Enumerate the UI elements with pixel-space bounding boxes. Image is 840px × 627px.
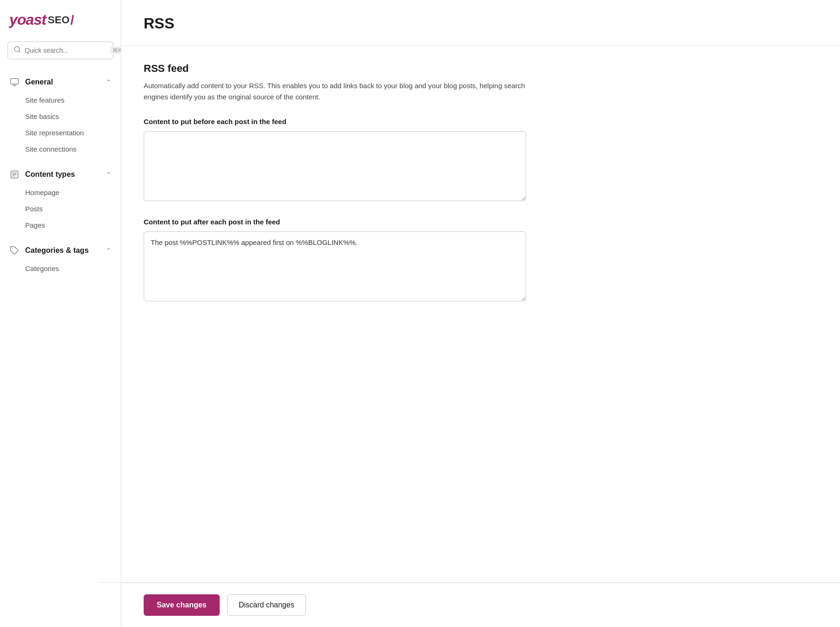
rss-feed-description: Automatically add content to your RSS. T…: [144, 80, 526, 103]
nav-section-general-title-row: General: [9, 77, 53, 87]
chevron-up-icon-2: ⌃: [106, 171, 111, 178]
search-box[interactable]: ⌘K: [7, 42, 113, 59]
nav-section-categories-tags: Categories & tags ⌃ Categories: [0, 241, 121, 280]
save-button[interactable]: Save changes: [144, 594, 220, 616]
nav-section-content-types-header[interactable]: Content types ⌃: [0, 165, 121, 184]
sidebar-item-site-basics[interactable]: Site basics: [25, 108, 121, 125]
sidebar-item-categories[interactable]: Categories: [25, 260, 121, 277]
sidebar-item-posts[interactable]: Posts: [25, 201, 121, 217]
sidebar-item-site-connections[interactable]: Site connections: [25, 141, 121, 157]
chevron-up-icon: ⌃: [106, 78, 111, 86]
logo-area: yoast SEO /: [0, 11, 121, 42]
nav-section-content-types: Content types ⌃ Homepage Posts Pages: [0, 165, 121, 237]
svg-rect-2: [11, 79, 19, 84]
sidebar-item-site-representation[interactable]: Site representation: [25, 125, 121, 141]
before-field-group: Content to put before each post in the f…: [144, 118, 818, 203]
sidebar-item-pages[interactable]: Pages: [25, 217, 121, 233]
page-title: RSS: [144, 15, 818, 32]
content-area: RSS feed Automatically add content to yo…: [121, 46, 840, 582]
after-field-group: Content to put after each post in the fe…: [144, 218, 818, 303]
nav-items-general: Site features Site basics Site represent…: [0, 92, 121, 161]
nav-items-categories-tags: Categories: [0, 260, 121, 280]
nav-section-categories-tags-title-row: Categories & tags: [9, 245, 89, 256]
nav-items-content-types: Homepage Posts Pages: [0, 184, 121, 237]
rss-feed-title: RSS feed: [144, 63, 818, 75]
search-icon: [14, 46, 21, 55]
bottom-bar: Save changes Discard changes: [121, 583, 840, 627]
before-content-textarea[interactable]: [144, 131, 526, 201]
chevron-up-icon-3: ⌃: [106, 247, 111, 254]
discard-button[interactable]: Discard changes: [227, 594, 306, 616]
rss-feed-section: RSS feed Automatically add content to yo…: [144, 63, 818, 303]
search-input[interactable]: [25, 47, 106, 54]
sidebar-item-site-features[interactable]: Site features: [25, 92, 121, 108]
nav-section-content-types-title-row: Content types: [9, 169, 75, 180]
nav-section-categories-tags-title: Categories & tags: [25, 246, 89, 255]
page-header: RSS: [121, 0, 840, 46]
nav-section-general-header[interactable]: General ⌃: [0, 72, 121, 92]
before-field-label: Content to put before each post in the f…: [144, 118, 818, 125]
logo-yoast-text: yoast: [9, 11, 46, 28]
nav-section-content-types-title: Content types: [25, 170, 75, 179]
logo-slash: /: [70, 13, 74, 28]
nav-section-categories-tags-header[interactable]: Categories & tags ⌃: [0, 241, 121, 260]
nav-section-general-title: General: [25, 78, 53, 86]
svg-line-1: [19, 51, 20, 52]
sidebar-item-homepage[interactable]: Homepage: [25, 184, 121, 201]
nav-section-general: General ⌃ Site features Site basics Site…: [0, 72, 121, 161]
tag-icon: [9, 245, 20, 256]
document-icon: [9, 169, 20, 180]
after-content-textarea[interactable]: The post %%POSTLINK%% appeared first on …: [144, 231, 526, 301]
sidebar: yoast SEO / ⌘K G: [0, 0, 121, 627]
after-field-label: Content to put after each post in the fe…: [144, 218, 818, 226]
logo: yoast SEO /: [9, 11, 111, 28]
main-content: RSS RSS feed Automatically add content t…: [121, 0, 840, 627]
logo-seo-text: SEO: [48, 14, 69, 26]
monitor-icon: [9, 77, 20, 87]
